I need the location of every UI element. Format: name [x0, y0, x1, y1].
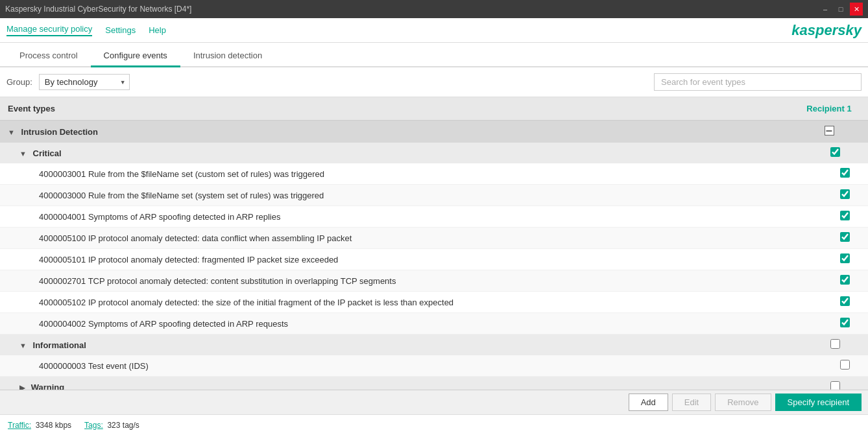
table-row: 4000004002 Symptoms of ARP spoofing dete…: [0, 313, 868, 335]
traffic-value: 3348 kbps: [36, 421, 71, 430]
titlebar-title: Kaspersky Industrial CyberSecurity for N…: [5, 5, 191, 14]
row-checkbox[interactable]: [840, 360, 850, 370]
menubar: Manage security policy Settings Help kas…: [0, 18, 868, 43]
row-checkbox[interactable]: [840, 211, 850, 220]
tags-value: 323 tag/s: [107, 421, 139, 430]
event-types-table: Event types Recipient 1 ▼ Intrusion Dete…: [0, 97, 868, 390]
footer-actions: Add Edit Remove Specify recipient: [0, 390, 868, 414]
tags-info: Tags: 323 tag/s: [84, 421, 139, 430]
tab-process-control[interactable]: Process control: [6, 45, 91, 67]
expand-arrow-warning: ▶: [19, 384, 25, 390]
expand-arrow-informational: ▼: [19, 342, 27, 349]
traffic-link[interactable]: Traffic:: [8, 421, 31, 430]
subgroup-name-informational: Informational: [33, 340, 86, 350]
expand-arrow-intrusion: ▼: [8, 128, 15, 136]
tab-intrusion-detection[interactable]: Intrusion detection: [180, 45, 275, 67]
row-checkbox[interactable]: [840, 296, 850, 306]
subgroup-checkbox-cell-critical: [790, 143, 868, 163]
group-intrusion-detection[interactable]: ▼ Intrusion Detection: [0, 121, 868, 143]
group-checkbox-cell-intrusion: [790, 121, 868, 143]
table-header-row: Event types Recipient 1: [0, 97, 868, 121]
subgroup-checkbox-informational[interactable]: [830, 339, 840, 349]
row-checkbox[interactable]: [840, 253, 850, 263]
menu-settings[interactable]: Settings: [105, 25, 136, 35]
table-row: 4000005101 IP protocol anomaly detected:…: [0, 249, 868, 270]
subgroup-name-warning: Warning: [31, 382, 65, 390]
subgroup-checkbox-critical[interactable]: [830, 147, 840, 157]
close-button[interactable]: ✕: [850, 3, 863, 16]
table-row: 4000005102 IP protocol anomaly detected:…: [0, 292, 868, 313]
col-event-types: Event types: [0, 97, 790, 121]
group-name-intrusion: Intrusion Detection: [21, 127, 98, 137]
toolbar: Group: By technology: [0, 67, 868, 97]
row-checkbox[interactable]: [840, 189, 850, 199]
subgroup-checkbox-cell-warning: [790, 377, 868, 390]
table-row: 4000005100 IP protocol anomaly detected:…: [0, 228, 868, 249]
subgroup-checkbox-cell-informational: [790, 335, 868, 356]
table-row: 4000003000 Rule from the $fileName set (…: [0, 185, 868, 206]
subgroup-informational[interactable]: ▼ Informational: [0, 335, 868, 356]
tabbar: Process control Configure events Intrusi…: [0, 43, 868, 67]
subgroup-name-critical: Critical: [33, 148, 62, 158]
traffic-info: Traffic: 3348 kbps: [8, 421, 71, 430]
menu-help[interactable]: Help: [149, 25, 166, 35]
group-select-wrapper[interactable]: By technology: [39, 74, 130, 90]
kaspersky-logo: kaspersky: [791, 22, 862, 39]
row-checkbox[interactable]: [840, 275, 850, 285]
row-checkbox[interactable]: [840, 232, 850, 242]
search-input[interactable]: [654, 73, 862, 91]
remove-button[interactable]: Remove: [715, 394, 771, 411]
group-checkbox-intrusion[interactable]: [825, 126, 834, 135]
statusbar: Traffic: 3348 kbps Tags: 323 tag/s: [0, 414, 868, 435]
subgroup-warning[interactable]: ▶ Warning: [0, 377, 868, 390]
table-row: 4000004001 Symptoms of ARP spoofing dete…: [0, 206, 868, 228]
subgroup-checkbox-warning[interactable]: [830, 381, 840, 390]
tags-link[interactable]: Tags:: [84, 421, 103, 430]
edit-button[interactable]: Edit: [672, 394, 711, 411]
maximize-button[interactable]: □: [834, 3, 847, 16]
table-row: 4000003001 Rule from the $fileName set (…: [0, 163, 868, 185]
table-row: 4000002701 TCP protocol anomaly detected…: [0, 270, 868, 292]
group-label: Group:: [6, 77, 32, 87]
minimize-button[interactable]: –: [819, 3, 832, 16]
expand-arrow-critical: ▼: [19, 150, 27, 158]
event-types-table-wrapper: Event types Recipient 1 ▼ Intrusion Dete…: [0, 97, 868, 390]
menu-manage-security[interactable]: Manage security policy: [6, 24, 92, 36]
titlebar-controls: – □ ✕: [819, 3, 863, 16]
menubar-left: Manage security policy Settings Help: [6, 24, 166, 36]
specify-recipient-button[interactable]: Specify recipient: [775, 394, 862, 411]
col-recipient: Recipient 1: [790, 97, 868, 121]
add-button[interactable]: Add: [629, 394, 668, 411]
row-checkbox[interactable]: [840, 168, 850, 178]
group-select[interactable]: By technology: [39, 74, 130, 90]
tab-configure-events[interactable]: Configure events: [91, 45, 180, 67]
titlebar: Kaspersky Industrial CyberSecurity for N…: [0, 0, 868, 18]
row-checkbox[interactable]: [840, 318, 850, 327]
subgroup-critical[interactable]: ▼ Critical: [0, 143, 868, 163]
table-row: 4000000003 Test event (IDS): [0, 355, 868, 377]
